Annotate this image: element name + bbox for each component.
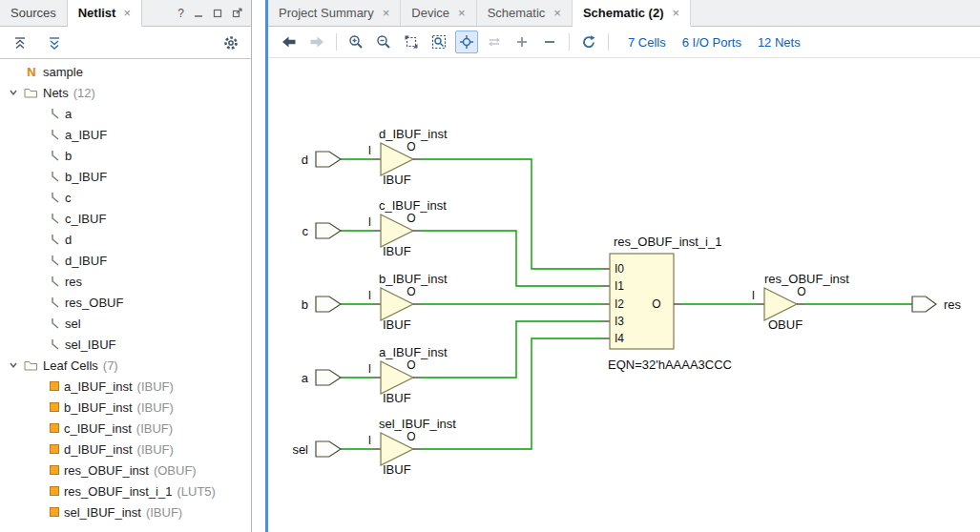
net-c-ibuf[interactable] [421, 231, 602, 286]
schematic-toolbar: 7 Cells 6 I/O Ports 12 Nets [268, 27, 980, 58]
input-port-shape[interactable] [316, 370, 341, 385]
maximize-icon[interactable] [232, 8, 242, 18]
tree-item-net[interactable]: d_IBUF [0, 250, 251, 271]
ibuf-cell-d[interactable]: d I O d_IBUF_inst IBUF [302, 127, 448, 187]
tab-device[interactable]: Device × [401, 0, 476, 26]
minimize-icon[interactable] [194, 9, 203, 18]
leaf-cells-group-label: Leaf Cells [43, 358, 98, 373]
pin-label-i3: I3 [615, 315, 624, 328]
expand-all-icon[interactable] [43, 31, 66, 54]
netlist-toolbar [0, 27, 251, 59]
cell-label: d_IBUF_inst [64, 442, 133, 457]
regenerate-icon[interactable] [577, 31, 600, 53]
input-port-shape[interactable] [316, 297, 341, 312]
help-icon[interactable]: ? [177, 7, 184, 20]
tree-item-net[interactable]: sel_IBUF [0, 334, 251, 355]
tree-item-cell[interactable]: a_IBUF_inst(IBUF) [0, 376, 251, 397]
net-icon [50, 297, 60, 308]
tab-sources[interactable]: Sources [0, 0, 68, 26]
tree-item-net[interactable]: b_IBUF [0, 166, 251, 187]
tab-schematic-2[interactable]: Schematic (2) × [573, 0, 691, 27]
tree-item-cell[interactable]: b_IBUF_inst(IBUF) [0, 397, 251, 418]
input-port-shape[interactable] [316, 441, 341, 457]
obuf-cell[interactable]: I O res_OBUF_inst OBUF [752, 272, 850, 332]
close-icon[interactable]: × [383, 6, 390, 20]
io-ports-count-link[interactable]: 6 I/O Ports [682, 35, 741, 50]
tree-group-leaf-cells[interactable]: Leaf Cells (7) [0, 355, 251, 376]
cell-type-label: IBUF [383, 317, 411, 332]
close-icon[interactable]: × [458, 6, 466, 20]
float-icon[interactable] [213, 9, 222, 18]
cell-type-label: IBUF [383, 244, 411, 258]
document-panel: Project Summary × Device × Schematic × S… [265, 0, 980, 532]
tree-item-net[interactable]: d [0, 229, 251, 250]
tree-item-cell[interactable]: d_IBUF_inst(IBUF) [0, 439, 251, 460]
add-icon[interactable] [511, 31, 533, 53]
schematic-svg[interactable]: d I O d_IBUF_inst IBUF c I [268, 58, 980, 532]
net-sel-ibuf[interactable] [421, 338, 602, 449]
nets-count-link[interactable]: 12 Nets [758, 35, 801, 50]
nets-group-label: Nets [43, 86, 69, 100]
chevron-down-icon[interactable] [8, 360, 19, 370]
ibuf-cell-c[interactable]: c I O c_IBUF_inst IBUF [302, 198, 448, 258]
zoom-to-selection-icon[interactable] [427, 31, 450, 53]
net-d-ibuf[interactable] [421, 159, 602, 269]
tree-group-nets[interactable]: Nets (12) [0, 82, 251, 103]
tree-item-net[interactable]: a [0, 103, 251, 124]
tree-item-cell[interactable]: res_OBUF_inst_i_1(LUT5) [0, 481, 251, 501]
close-icon[interactable]: × [553, 6, 561, 20]
tree-item-net[interactable]: a_IBUF [0, 124, 251, 145]
tree-item-cell[interactable]: res_OBUF_inst(OBUF) [0, 460, 251, 481]
close-icon[interactable]: × [672, 6, 679, 20]
tab-project-summary[interactable]: Project Summary × [268, 0, 401, 26]
tree-item-net[interactable]: res_OBUF [0, 292, 251, 313]
settings-gear-icon[interactable] [219, 31, 242, 54]
close-icon[interactable]: × [123, 6, 131, 20]
buffer-shape[interactable] [764, 288, 797, 320]
pin-label-i: I [368, 434, 371, 447]
tree-item-net[interactable]: b [0, 145, 251, 166]
cell-type: (IBUF) [137, 442, 174, 457]
output-port-shape[interactable] [912, 297, 936, 312]
ibuf-cell-b[interactable]: b I O b_IBUF_inst IBUF [302, 272, 448, 332]
chevron-down-icon[interactable] [8, 88, 19, 97]
zoom-in-icon[interactable] [344, 31, 367, 53]
folder-icon [24, 359, 38, 371]
tab-schematic[interactable]: Schematic × [477, 0, 573, 26]
remove-icon[interactable] [538, 31, 561, 53]
instance-label: d_IBUF_inst [379, 127, 448, 141]
ibuf-cell-sel[interactable]: sel I O sel_IBUF_inst IBUF [292, 417, 456, 477]
forward-icon[interactable] [305, 31, 328, 53]
tree-item-cell[interactable]: c_IBUF_inst(IBUF) [0, 418, 251, 439]
autofit-selection-icon[interactable] [455, 31, 478, 53]
tree-item-net[interactable]: c_IBUF [0, 208, 251, 229]
lut5-cell[interactable]: I0 I1 I2 I3 I4 O res_OBUF_inst_i_1 EQN=3… [602, 235, 732, 372]
input-port-shape[interactable] [316, 152, 341, 167]
net-a-ibuf[interactable] [421, 321, 602, 378]
schematic-canvas[interactable]: d I O d_IBUF_inst IBUF c I [268, 58, 980, 532]
tree-item-net[interactable]: sel [0, 313, 251, 334]
net-label: d_IBUF [65, 254, 107, 268]
expand-selection-icon[interactable] [483, 31, 506, 53]
cell-label: res_OBUF_inst_i_1 [64, 484, 172, 499]
zoom-out-icon[interactable] [372, 31, 395, 53]
tab-netlist[interactable]: Netlist × [68, 0, 142, 27]
cell-label: c_IBUF_inst [64, 421, 132, 436]
tab-label: Schematic [488, 6, 546, 20]
tree-item-cell[interactable]: sel_IBUF_inst(IBUF) [0, 501, 251, 522]
ibuf-cell-a[interactable]: a I O a_IBUF_inst IBUF [302, 345, 448, 405]
cell-type-label: IBUF [383, 391, 411, 405]
instance-label: a_IBUF_inst [379, 345, 448, 359]
port-label: d [302, 153, 308, 167]
back-icon[interactable] [278, 31, 301, 53]
tree-item-net[interactable]: res [0, 271, 251, 292]
pin-label-o: O [407, 430, 415, 443]
tree-root-sample[interactable]: N sample [0, 61, 251, 82]
collapse-all-icon[interactable] [9, 31, 31, 54]
cells-count-link[interactable]: 7 Cells [628, 35, 666, 50]
zoom-fit-icon[interactable] [400, 31, 423, 53]
tree-item-net[interactable]: c [0, 187, 251, 208]
input-port-shape[interactable] [316, 223, 341, 238]
output-port-res[interactable]: res [912, 297, 962, 312]
netlist-tree: N sample Nets (12) a a_IBUF b b_IBUF c c… [0, 59, 251, 532]
